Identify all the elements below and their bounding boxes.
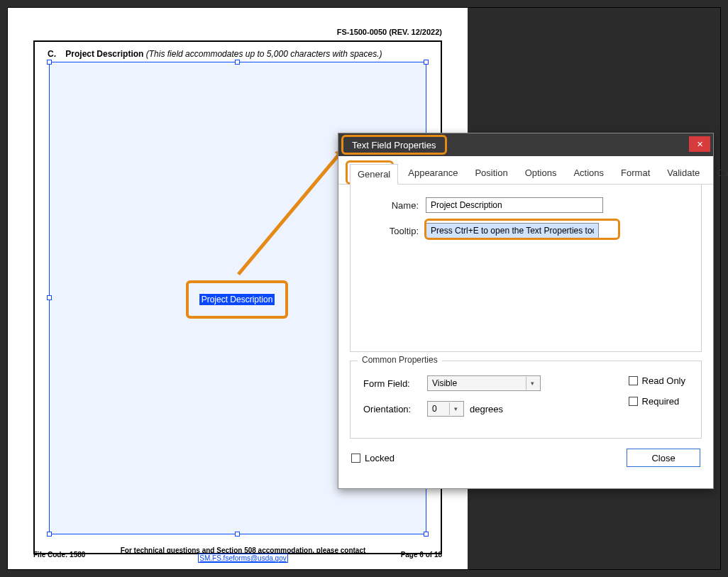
tooltip-label: Tooltip:	[363, 226, 426, 236]
text-field-properties-dialog: Text Field Properties ✕ General Appearan…	[338, 133, 714, 489]
form-field-value: Visible	[432, 378, 457, 388]
name-label: Name:	[363, 200, 426, 211]
tooltip-input[interactable]	[426, 223, 599, 238]
close-button-label: Close	[651, 453, 675, 463]
document-footer: File Code: 1580 For technical questions …	[33, 546, 442, 562]
orientation-label: Orientation:	[363, 404, 427, 414]
section-c-title: C. Project Description (This field accom…	[48, 49, 382, 59]
page-number: Page 6 of 18	[401, 551, 442, 559]
required-checkbox[interactable]	[629, 397, 638, 406]
read-only-row: Read Only	[629, 375, 685, 386]
dialog-titlebar[interactable]: Text Field Properties ✕	[338, 133, 713, 156]
chevron-down-icon: ▾	[449, 402, 462, 415]
resize-handle-bl[interactable]	[47, 532, 52, 537]
dialog-tab-strip: General Appearance Position Options Acti…	[338, 156, 713, 185]
tooltip-row: Tooltip:	[363, 223, 688, 238]
locked-label: Locked	[365, 453, 395, 463]
resize-handle-ml[interactable]	[47, 295, 52, 300]
locked-checkbox[interactable]	[351, 454, 360, 463]
tab-calculate[interactable]: Calculate	[710, 163, 728, 184]
tab-format[interactable]: Format	[614, 163, 657, 184]
footer-center: For technical questions and Section 508 …	[85, 546, 400, 562]
required-row: Required	[629, 396, 685, 407]
orientation-unit: degrees	[470, 404, 503, 414]
orientation-value: 0	[432, 404, 437, 414]
required-label: Required	[642, 396, 680, 407]
form-id-header: FS-1500-0050 (REV. 12/2022)	[337, 28, 442, 36]
annotation-field-label: Project Description	[186, 280, 288, 319]
dialog-bottom-row: Locked Close	[338, 449, 713, 477]
resize-handle-bm[interactable]	[235, 532, 240, 537]
section-name: Project Description	[65, 49, 143, 59]
tab-position[interactable]: Position	[468, 163, 514, 184]
resize-handle-tm[interactable]	[235, 60, 240, 65]
file-code: File Code: 1580	[33, 551, 85, 559]
footer-contact-link[interactable]: SM.FS.fseforms@usda.gov	[198, 554, 287, 563]
read-only-label: Read Only	[642, 375, 685, 386]
chevron-down-icon: ▾	[526, 377, 539, 390]
close-button[interactable]: Close	[627, 449, 700, 467]
common-properties: Common Properties Form Field: Visible ▾ …	[350, 361, 702, 439]
name-row: Name:	[363, 197, 688, 213]
tab-appearance[interactable]: Appearance	[401, 163, 465, 184]
form-field-select[interactable]: Visible ▾	[427, 375, 541, 391]
tab-options[interactable]: Options	[518, 163, 564, 184]
field-label-text: Project Description	[199, 293, 276, 306]
resize-handle-tl[interactable]	[47, 60, 52, 65]
common-checkboxes: Read Only Required	[629, 375, 685, 417]
locked-wrap: Locked	[351, 453, 395, 463]
close-icon: ✕	[697, 140, 703, 149]
common-properties-legend: Common Properties	[358, 355, 442, 365]
resize-handle-br[interactable]	[424, 532, 429, 537]
form-field-label: Form Field:	[363, 378, 427, 389]
section-note: (This field accommodates up to 5,000 cha…	[146, 49, 382, 59]
dialog-title: Text Field Properties	[352, 140, 436, 150]
general-panel: Name: Tooltip:	[350, 185, 702, 352]
resize-handle-tr[interactable]	[424, 60, 429, 65]
read-only-checkbox[interactable]	[629, 376, 638, 385]
dialog-close-button[interactable]: ✕	[689, 136, 710, 152]
tab-validate[interactable]: Validate	[660, 163, 707, 184]
dialog-title-highlight: Text Field Properties	[341, 135, 447, 155]
name-input[interactable]	[426, 197, 603, 213]
orientation-select[interactable]: 0 ▾	[427, 401, 464, 417]
tab-actions[interactable]: Actions	[566, 163, 611, 184]
tab-general[interactable]: General	[350, 164, 398, 185]
section-letter: C.	[48, 49, 56, 59]
